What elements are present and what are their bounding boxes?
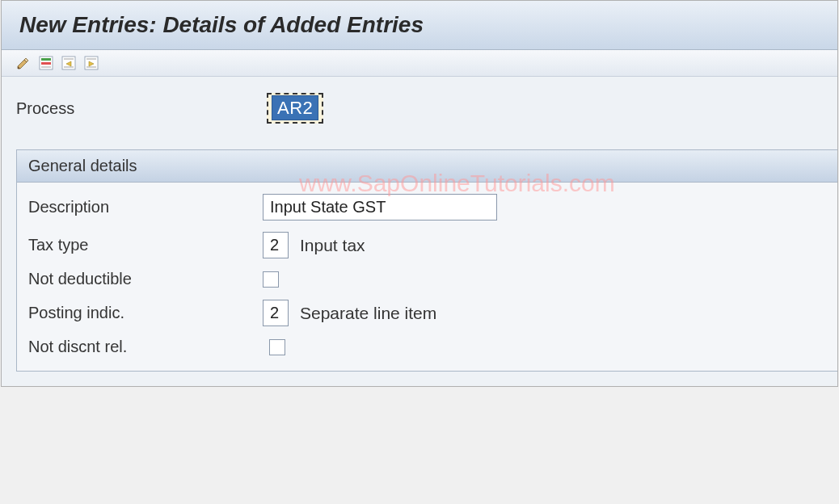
delete-row-icon[interactable] xyxy=(37,54,55,72)
description-input[interactable] xyxy=(263,194,497,220)
window: New Entries: Details of Added Entries xyxy=(1,0,838,387)
svg-rect-1 xyxy=(41,58,51,61)
tax-type-input[interactable] xyxy=(263,232,289,258)
tax-type-text: Input tax xyxy=(300,236,365,255)
description-label: Description xyxy=(28,198,263,216)
svg-rect-3 xyxy=(41,66,51,68)
svg-rect-5 xyxy=(64,58,74,60)
posting-indic-input[interactable] xyxy=(263,300,289,326)
process-row: Process AR2 xyxy=(16,93,837,124)
previous-entry-icon[interactable] xyxy=(60,54,78,72)
not-discnt-rel-label: Not discnt rel. xyxy=(28,338,263,356)
next-entry-icon[interactable] xyxy=(82,54,100,72)
posting-indic-text: Separate line item xyxy=(300,304,436,323)
not-discnt-rel-checkbox[interactable] xyxy=(269,339,285,355)
description-row: Description xyxy=(28,194,826,220)
toolbar xyxy=(2,50,837,77)
posting-indic-row: Posting indic. Separate line item xyxy=(28,300,826,326)
group-title: General details xyxy=(17,150,837,183)
process-label: Process xyxy=(16,99,267,118)
process-input[interactable]: AR2 xyxy=(272,95,318,120)
tax-type-row: Tax type Input tax xyxy=(28,232,826,258)
svg-rect-6 xyxy=(64,66,74,68)
title-bar: New Entries: Details of Added Entries xyxy=(2,1,837,50)
svg-rect-2 xyxy=(41,62,51,65)
process-field[interactable]: AR2 xyxy=(267,93,323,124)
svg-rect-8 xyxy=(86,58,96,60)
not-discnt-rel-row: Not discnt rel. xyxy=(28,338,826,356)
group-body: Description Tax type Input tax Not deduc… xyxy=(17,183,837,371)
posting-indic-label: Posting indic. xyxy=(28,304,263,322)
svg-rect-9 xyxy=(86,66,96,68)
not-deductible-label: Not deductible xyxy=(28,270,263,288)
window-title: New Entries: Details of Added Entries xyxy=(19,12,820,38)
content-area: Process AR2 General details Description … xyxy=(2,77,837,386)
general-details-group: General details Description Tax type Inp… xyxy=(16,149,837,372)
tax-type-label: Tax type xyxy=(28,236,263,254)
edit-pencil-icon[interactable] xyxy=(15,54,32,72)
not-deductible-checkbox[interactable] xyxy=(263,271,279,288)
not-deductible-row: Not deductible xyxy=(28,270,826,288)
